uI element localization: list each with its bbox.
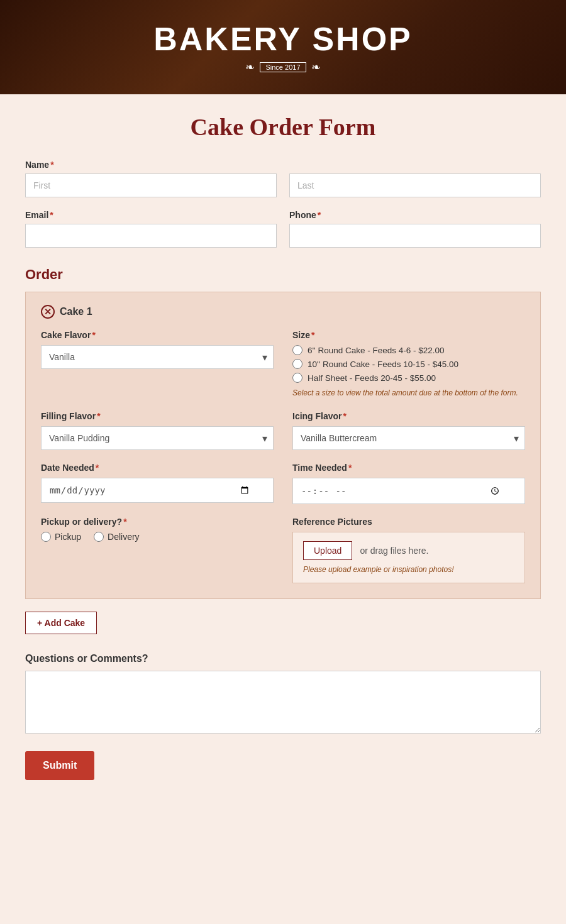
- size-col: Size* 6'' Round Cake - Feeds 4-6 - $22.0…: [292, 330, 525, 399]
- date-input-wrapper: [41, 478, 274, 503]
- since-badge: Since 2017: [260, 62, 306, 72]
- size-options: 6'' Round Cake - Feeds 4-6 - $22.00 10''…: [292, 345, 525, 383]
- filling-label: Filling Flavor*: [41, 411, 274, 421]
- size-label-halfsheet: Half Sheet - Feeds 20-45 - $55.00: [308, 373, 436, 383]
- pickup-col: Pickup or delivery?* Pickup Delivery: [41, 517, 274, 542]
- icing-select-wrapper: Vanilla Buttercream Chocolate Buttercrea…: [292, 426, 525, 450]
- cake-title: Cake 1: [60, 306, 92, 317]
- email-input[interactable]: [25, 224, 277, 248]
- cake-flavor-label: Cake Flavor*: [41, 330, 274, 340]
- add-cake-button[interactable]: + Add Cake: [25, 612, 97, 634]
- filling-col: Filling Flavor* Vanilla Pudding Chocolat…: [41, 411, 274, 450]
- size-option-halfsheet[interactable]: Half Sheet - Feeds 20-45 - $55.00: [292, 373, 525, 383]
- contact-row: Email* Phone*: [25, 210, 541, 248]
- pickup-radio[interactable]: [41, 532, 51, 542]
- pickup-options: Pickup Delivery: [41, 532, 274, 542]
- size-radio-6inch[interactable]: [292, 345, 302, 355]
- first-name-field: [25, 173, 277, 197]
- date-label: Date Needed*: [41, 463, 274, 473]
- flavor-size-row: Cake Flavor* Vanilla Chocolate Red Velve…: [41, 330, 525, 399]
- pickup-label-text: Pickup: [55, 532, 81, 542]
- comments-textarea[interactable]: [25, 671, 541, 734]
- time-input[interactable]: [292, 478, 525, 505]
- icing-select[interactable]: Vanilla Buttercream Chocolate Buttercrea…: [292, 426, 525, 450]
- size-option-6inch[interactable]: 6'' Round Cake - Feeds 4-6 - $22.00: [292, 345, 525, 355]
- filling-icing-row: Filling Flavor* Vanilla Pudding Chocolat…: [41, 411, 525, 450]
- upload-button[interactable]: Upload: [303, 541, 352, 560]
- icing-label: Icing Flavor*: [292, 411, 525, 421]
- wheat-left-icon: ❧: [245, 60, 255, 74]
- size-hint: Select a size to view the total amount d…: [292, 388, 525, 399]
- size-radio-halfsheet[interactable]: [292, 373, 302, 383]
- filling-select-wrapper: Vanilla Pudding Chocolate Pudding Strawb…: [41, 426, 274, 450]
- header-title: BAKERY SHOP: [153, 20, 413, 58]
- phone-input[interactable]: [289, 224, 541, 248]
- last-name-field: [289, 173, 541, 197]
- icing-col: Icing Flavor* Vanilla Buttercream Chocol…: [292, 411, 525, 450]
- size-label: Size*: [292, 330, 525, 340]
- page-title: Cake Order Form: [25, 113, 541, 141]
- comments-section: Questions or Comments?: [25, 653, 541, 736]
- name-row: [25, 173, 541, 197]
- name-label: Name*: [25, 160, 541, 170]
- remove-cake-button[interactable]: ✕: [41, 305, 55, 319]
- phone-label: Phone*: [289, 210, 541, 220]
- comments-label: Questions or Comments?: [25, 653, 541, 664]
- upload-row: Upload or drag files here.: [303, 541, 514, 560]
- last-name-input[interactable]: [289, 173, 541, 197]
- name-section: Name*: [25, 160, 541, 197]
- date-input[interactable]: [41, 478, 274, 503]
- page-header: BAKERY SHOP ❧ Since 2017 ❧: [0, 0, 566, 94]
- upload-col: Reference Pictures Upload or drag files …: [292, 517, 525, 583]
- submit-button[interactable]: Submit: [25, 751, 94, 780]
- time-input-wrapper: [292, 478, 525, 505]
- size-label-6inch: 6'' Round Cake - Feeds 4-6 - $22.00: [308, 346, 445, 355]
- size-option-10inch[interactable]: 10'' Round Cake - Feeds 10-15 - $45.00: [292, 359, 525, 369]
- main-content: Cake Order Form Name* Email* Phone*: [0, 94, 566, 818]
- pickup-label: Pickup or delivery?*: [41, 517, 274, 527]
- order-section: Order ✕ Cake 1 Cake Flavor* Vanilla Choc…: [25, 267, 541, 653]
- delivery-option[interactable]: Delivery: [94, 532, 140, 542]
- size-radio-10inch[interactable]: [292, 359, 302, 369]
- upload-area: Upload or drag files here. Please upload…: [292, 532, 525, 583]
- pickup-option[interactable]: Pickup: [41, 532, 81, 542]
- phone-field-wrapper: Phone*: [289, 210, 541, 248]
- upload-label: Reference Pictures: [292, 517, 525, 527]
- cake-flavor-select-wrapper: Vanilla Chocolate Red Velvet Lemon Carro…: [41, 345, 274, 369]
- flavor-col: Cake Flavor* Vanilla Chocolate Red Velve…: [41, 330, 274, 399]
- cake-card-1: ✕ Cake 1 Cake Flavor* Vanilla Chocolate …: [25, 292, 541, 599]
- delivery-label-text: Delivery: [108, 532, 140, 542]
- first-name-input[interactable]: [25, 173, 277, 197]
- email-label: Email*: [25, 210, 277, 220]
- time-col: Time Needed*: [292, 463, 525, 505]
- delivery-radio[interactable]: [94, 532, 104, 542]
- cake-header: ✕ Cake 1: [41, 305, 525, 319]
- cake-flavor-select[interactable]: Vanilla Chocolate Red Velvet Lemon Carro…: [41, 345, 274, 369]
- datetime-row: Date Needed* Time Needed*: [41, 463, 525, 505]
- wheat-right-icon: ❧: [311, 60, 321, 74]
- order-section-title: Order: [25, 267, 541, 283]
- email-field-wrapper: Email*: [25, 210, 277, 248]
- filling-select[interactable]: Vanilla Pudding Chocolate Pudding Strawb…: [41, 426, 274, 450]
- upload-hint: Please upload example or inspiration pho…: [303, 565, 514, 574]
- date-col: Date Needed*: [41, 463, 274, 505]
- upload-text: or drag files here.: [360, 546, 428, 556]
- time-label: Time Needed*: [292, 463, 525, 473]
- header-subtitle: ❧ Since 2017 ❧: [245, 60, 320, 74]
- pickup-upload-row: Pickup or delivery?* Pickup Delivery: [41, 517, 525, 583]
- size-label-10inch: 10'' Round Cake - Feeds 10-15 - $45.00: [308, 360, 458, 369]
